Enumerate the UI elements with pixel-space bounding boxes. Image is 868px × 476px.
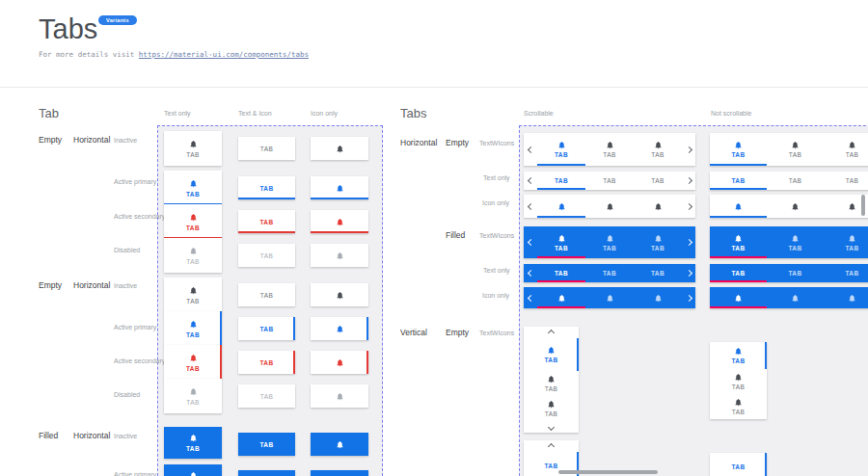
tab-card-text-icon-disabled[interactable]: TAB — [164, 238, 222, 273]
tab-card-icon-active-primary[interactable] — [311, 176, 368, 199]
tab[interactable]: TAB — [767, 172, 824, 190]
tab-card-text-icon-active-primary[interactable]: TAB — [164, 311, 222, 346]
tab-label: TAB — [186, 298, 199, 304]
tab-card-text-active-primary[interactable]: TAB — [238, 317, 295, 340]
tab[interactable] — [767, 287, 824, 308]
tab-active[interactable] — [710, 195, 767, 218]
tabs-bar-filled-fixed-icon — [710, 287, 868, 308]
tab-card-text-icon-active-secondary[interactable]: TAB — [164, 345, 222, 380]
tab-label: TAB — [788, 245, 801, 251]
tab[interactable] — [585, 287, 634, 308]
tab-active[interactable]: TAB — [537, 264, 585, 282]
tab[interactable] — [767, 195, 824, 218]
tab-card-filled-text-icon[interactable]: TAB — [164, 427, 222, 459]
scroll-right-button[interactable] — [682, 195, 695, 218]
tab[interactable]: TAB — [710, 394, 767, 419]
bell-icon — [189, 471, 198, 476]
tab[interactable]: TAB — [767, 133, 824, 166]
docs-link[interactable]: https://material-ui.com/components/tabs — [139, 50, 309, 59]
tab-card-text-icon-inactive[interactable]: TAB — [164, 278, 222, 312]
vertical-scrollbar-thumb[interactable] — [861, 195, 865, 216]
tab-active[interactable]: TAB — [710, 453, 767, 476]
tab-card-filled-icon[interactable] — [311, 433, 368, 456]
tab[interactable]: TAB — [634, 133, 682, 166]
tab-card-icon-disabled[interactable] — [311, 244, 368, 267]
tab[interactable]: TAB — [524, 371, 579, 396]
scroll-right-button[interactable] — [682, 133, 695, 166]
tab-card-filled-text[interactable]: TAB — [238, 433, 295, 456]
scroll-left-button[interactable] — [524, 172, 537, 190]
scroll-down-button[interactable] — [524, 421, 579, 433]
tab-card-icon-disabled[interactable] — [311, 384, 368, 408]
tab[interactable]: TAB — [824, 172, 868, 190]
scroll-right-button[interactable] — [682, 226, 695, 258]
tab-label: TAB — [731, 270, 745, 277]
tab[interactable]: TAB — [767, 226, 824, 258]
tab[interactable]: TAB — [585, 226, 634, 258]
tab[interactable]: TAB — [824, 133, 868, 166]
tab-card-text-icon-disabled[interactable]: TAB — [164, 379, 222, 413]
tab-card-text-disabled[interactable]: TAB — [238, 244, 295, 267]
tab[interactable] — [634, 195, 682, 218]
tab-card-icon-active-secondary[interactable] — [311, 210, 368, 233]
tab-active[interactable] — [537, 287, 585, 308]
scroll-up-button[interactable] — [524, 440, 579, 452]
tab-active[interactable] — [537, 195, 585, 218]
tab[interactable]: TAB — [824, 264, 868, 282]
tab[interactable]: TAB — [634, 226, 682, 258]
tab-active[interactable]: TAB — [710, 172, 767, 190]
tab-active[interactable]: TAB — [524, 338, 579, 371]
scroll-up-button[interactable] — [524, 327, 579, 338]
tab-card-text-disabled[interactable]: TAB — [238, 384, 295, 408]
tab[interactable]: TAB — [585, 172, 634, 190]
tab-active[interactable]: TAB — [537, 133, 585, 166]
tab-card-text-active-secondary[interactable]: TAB — [238, 210, 295, 233]
tab-active[interactable] — [710, 287, 767, 308]
tab[interactable] — [824, 287, 868, 308]
scroll-right-button[interactable] — [682, 264, 695, 282]
scroll-left-button[interactable] — [524, 226, 537, 258]
tab-card-text-icon-inactive[interactable]: TAB — [164, 131, 222, 166]
tab[interactable]: TAB — [824, 226, 868, 258]
scroll-left-button[interactable] — [524, 287, 537, 308]
tab-active[interactable]: TAB — [537, 172, 585, 190]
tab[interactable]: TAB — [585, 133, 634, 166]
tab-label: TAB — [731, 151, 745, 158]
tab-card-icon-active-primary[interactable] — [311, 317, 368, 340]
horizontal-scrollbar-thumb[interactable] — [558, 470, 658, 474]
tab[interactable]: TAB — [585, 264, 634, 282]
tab[interactable] — [585, 195, 634, 218]
tab-card-filled-icon[interactable] — [311, 470, 368, 476]
tab-card-text-inactive[interactable]: TAB — [238, 137, 295, 160]
col-header-scrollable: Scrollable — [524, 110, 554, 117]
tab-card-filled-text-icon[interactable]: TAB — [164, 464, 222, 476]
tab-card-text-icon-active-secondary[interactable]: TAB — [164, 204, 222, 239]
scroll-right-button[interactable] — [682, 172, 695, 190]
tab[interactable]: TAB — [634, 172, 682, 190]
tab-card-icon-active-secondary[interactable] — [311, 351, 368, 374]
active-indicator — [765, 453, 767, 476]
tab-card-icon-inactive[interactable] — [311, 283, 368, 306]
tab-card-text-active-primary[interactable]: TAB — [238, 176, 295, 199]
scroll-right-button[interactable] — [682, 287, 695, 308]
active-indicator — [537, 306, 585, 308]
chevron-right-icon — [685, 145, 692, 152]
tab-active[interactable]: TAB — [710, 133, 767, 166]
scroll-left-button[interactable] — [524, 264, 537, 282]
scroll-left-button[interactable] — [524, 133, 537, 166]
tab-active[interactable]: TAB — [710, 226, 767, 258]
tab-active[interactable]: TAB — [710, 342, 767, 369]
tab-card-icon-inactive[interactable] — [311, 137, 368, 160]
tab-card-text-icon-active-primary[interactable]: TAB — [164, 171, 222, 205]
tab-active[interactable]: TAB — [537, 226, 585, 258]
tab[interactable]: TAB — [767, 264, 824, 282]
tab[interactable]: TAB — [634, 264, 682, 282]
tab[interactable] — [634, 287, 682, 308]
scroll-left-button[interactable] — [524, 195, 537, 218]
tab-card-text-active-secondary[interactable]: TAB — [238, 351, 295, 374]
tab[interactable]: TAB — [524, 396, 579, 421]
tab[interactable]: TAB — [710, 369, 767, 394]
tab-card-filled-text[interactable]: TAB — [238, 470, 295, 476]
tab-active[interactable]: TAB — [710, 264, 767, 282]
tab-card-text-inactive[interactable]: TAB — [238, 283, 295, 306]
